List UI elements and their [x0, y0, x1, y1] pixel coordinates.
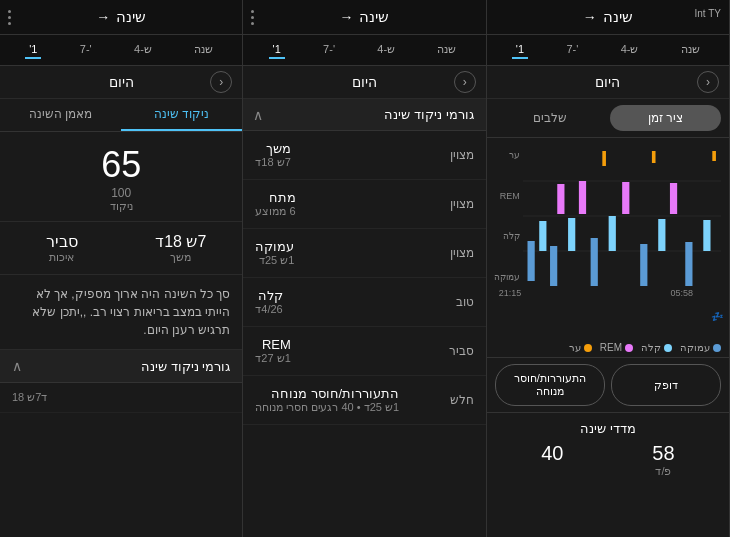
svg-rect-10: [608, 216, 615, 251]
legend-label-deep: עמוקה: [680, 342, 710, 353]
btn-heart-rate[interactable]: דופק: [611, 364, 721, 406]
factor-details-4: REM 1ש 27ד: [255, 337, 290, 365]
period-tab-4w-2[interactable]: ש-4: [373, 41, 399, 59]
factor-sub-0: 7ש 18ד: [255, 156, 290, 169]
period-tab-4w-1[interactable]: ש-4: [130, 41, 156, 59]
tab-coach[interactable]: מאמן השינה: [0, 99, 121, 131]
factor-metric-1: מתח: [255, 190, 295, 205]
factor-sub-4: 1ש 27ד: [255, 352, 290, 365]
sleep-chart-svg: [523, 146, 721, 286]
period-tab-4w-3[interactable]: ש-4: [617, 41, 643, 59]
factor-row-0[interactable]: מצוין משך 7ש 18ד: [243, 131, 485, 180]
toggle-tab-timeline[interactable]: ציר זמן: [610, 105, 721, 131]
factor-row-5[interactable]: חלש התעוררות/חוסר מנוחה 1ש 25ד • 40 רגעי…: [243, 376, 485, 425]
svg-rect-4: [550, 246, 557, 286]
svg-rect-6: [640, 244, 647, 286]
y-label-awake: ער: [498, 150, 520, 160]
btn-restlessness[interactable]: התעוררות/חוסר מנוחה: [495, 364, 605, 406]
factor-row-2[interactable]: מצוין עמוקה 1ש 25ד: [243, 229, 485, 278]
metrics-section: מדדי שינה 58 פ/ד 40: [487, 412, 729, 486]
menu-dots[interactable]: [8, 10, 11, 25]
day-nav-arrow-3[interactable]: ›: [697, 71, 719, 93]
svg-rect-8: [539, 221, 546, 251]
factors-section-header: גורמי ניקוד שינה ∧: [243, 99, 485, 131]
description-text: סך כל השינה היה ארוך מספיק, אך לא הייתי …: [32, 287, 230, 337]
chart-legend: עמוקה קלה REM ער: [487, 338, 729, 357]
menu-dots-2[interactable]: [251, 10, 254, 25]
day-nav-arrow-2[interactable]: ›: [454, 71, 476, 93]
metric-heart-rate: 58 פ/ד: [652, 442, 674, 478]
period-tab-year-2[interactable]: שנה: [433, 41, 460, 59]
period-tab-1d-2[interactable]: 1': [269, 41, 285, 59]
day-label-1: היום: [109, 74, 134, 90]
factor-badge-3: טוב: [456, 295, 474, 309]
factors-header-1[interactable]: גורמי ניקוד שינה ∧: [0, 350, 242, 383]
expand-icon-1[interactable]: ∧: [12, 358, 22, 374]
metric-hr-value: 58: [652, 442, 674, 465]
panel1-header: → שינה: [0, 0, 242, 35]
period-tab-year-3[interactable]: שנה: [677, 41, 704, 59]
period-tab-7d-3[interactable]: '-7: [562, 41, 582, 59]
legend-dot-light: [664, 344, 672, 352]
svg-rect-18: [652, 151, 656, 163]
period-tab-7d-1[interactable]: '-7: [76, 41, 96, 59]
y-label-light: קלה: [498, 231, 520, 241]
svg-rect-17: [602, 151, 606, 166]
factor-row-3[interactable]: טוב קלה 4/26ד: [243, 278, 485, 327]
toggle-tab-stages[interactable]: שלבים: [495, 105, 606, 131]
factor-list: מצוין משך 7ש 18ד מצוין מתח 6 ממוצע מצוין…: [243, 131, 485, 537]
legend-light: קלה: [641, 342, 672, 353]
score-number: 65: [8, 144, 234, 186]
period-tab-1d-3[interactable]: 1': [512, 41, 528, 59]
sleep-info-row: 7ש 18ד משך סביר איכות: [0, 222, 242, 275]
scroll-up-icon[interactable]: ∧: [253, 107, 263, 123]
legend-label-rem: REM: [600, 342, 622, 353]
chart-time-end: 05:58: [670, 288, 693, 298]
period-tab-7d-2[interactable]: '-7: [319, 41, 339, 59]
legend-deep: עמוקה: [680, 342, 721, 353]
period-tabs-2: שנה ש-4 '-7 1': [243, 35, 485, 66]
svg-rect-14: [579, 181, 586, 214]
chart-container: ער REM קלה עמוקה: [495, 146, 721, 286]
factor-item-small-1: ד7ש 18: [0, 383, 242, 413]
panel3-header: → שינה Int TY: [487, 0, 729, 35]
legend-label-awake: ער: [569, 342, 581, 353]
factor-row-4[interactable]: סביר REM 1ש 27ד: [243, 327, 485, 376]
factor-metric-0: משך: [255, 141, 290, 156]
svg-rect-11: [658, 219, 665, 251]
factor-metric-5: התעוררות/חוסר מנוחה: [255, 386, 399, 401]
metrics-row: 58 פ/ד 40: [497, 442, 719, 478]
sleep-quality-label: איכות: [12, 251, 111, 264]
sleep-quality-item: סביר איכות: [12, 232, 111, 264]
chart-y-labels: ער REM קלה עמוקה: [495, 146, 523, 286]
factor-details-5: התעוררות/חוסר מנוחה 1ש 25ד • 40 רגעים חס…: [255, 386, 399, 414]
svg-rect-7: [685, 242, 692, 286]
sleep-duration-value: 7ש 18ד: [131, 232, 230, 251]
chart-time-start: 21:15: [499, 288, 522, 298]
sleep-duration-item: 7ש 18ד משך: [131, 232, 230, 264]
svg-rect-3: [527, 241, 534, 281]
factor-details-0: משך 7ש 18ד: [255, 141, 290, 169]
period-tab-1d-1[interactable]: 1': [25, 41, 41, 59]
factor-badge-2: מצוין: [450, 246, 474, 260]
metric-score2-value: 40: [541, 442, 563, 465]
period-tab-year-1[interactable]: שנה: [190, 41, 217, 59]
description-section: סך כל השינה היה ארוך מספיק, אך לא הייתי …: [0, 275, 242, 350]
factor-row-1[interactable]: מצוין מתח 6 ממוצע: [243, 180, 485, 229]
legend-awake: ער: [569, 342, 592, 353]
score-max: 100: [8, 186, 234, 200]
arrow-icon: →: [96, 9, 110, 25]
int-ty-badge: Int TY: [694, 8, 721, 19]
panel2-header: → שינה: [243, 0, 485, 35]
panel1-title: שינה: [116, 8, 146, 26]
y-label-deep: עמוקה: [498, 272, 520, 282]
tab-score[interactable]: ניקוד שינה: [121, 99, 242, 131]
factors-title-1: גורמי ניקוד שינה: [141, 359, 230, 374]
sleep-chart-area: ער REM קלה עמוקה: [487, 138, 729, 338]
factor-sub-2: 1ש 25ד: [255, 254, 294, 267]
legend-rem: REM: [600, 342, 633, 353]
day-nav-arrow-1[interactable]: ›: [210, 71, 232, 93]
metric-score2: 40: [541, 442, 563, 478]
svg-rect-5: [590, 238, 597, 286]
factor-details-3: קלה 4/26ד: [255, 288, 282, 316]
